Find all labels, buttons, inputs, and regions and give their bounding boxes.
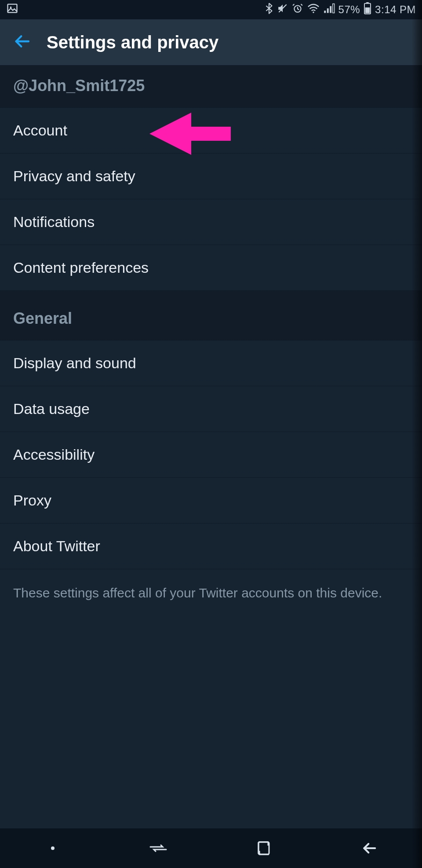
svg-rect-7 [330, 6, 331, 13]
general-section-header: General [0, 291, 422, 340]
svg-point-13 [51, 846, 55, 850]
svg-rect-0 [8, 4, 17, 13]
signal-icon [324, 3, 335, 16]
settings-item-privacy-safety[interactable]: Privacy and safety [0, 154, 422, 199]
list-item-label: Account [13, 122, 67, 139]
nav-dot-button[interactable] [40, 835, 66, 861]
settings-item-account[interactable]: Account [0, 107, 422, 154]
settings-item-proxy[interactable]: Proxy [0, 478, 422, 524]
svg-rect-8 [332, 4, 334, 13]
svg-rect-10 [366, 2, 369, 4]
settings-item-display-sound[interactable]: Display and sound [0, 340, 422, 386]
list-item-label: About Twitter [13, 538, 100, 554]
settings-item-about-twitter[interactable]: About Twitter [0, 524, 422, 569]
general-settings-list: Display and sound Data usage Accessibili… [0, 340, 422, 569]
nav-recent-button[interactable] [145, 835, 171, 861]
svg-rect-14 [258, 842, 269, 854]
mute-icon [277, 3, 288, 17]
svg-point-4 [313, 11, 314, 13]
list-item-label: Notifications [13, 213, 95, 230]
settings-item-notifications[interactable]: Notifications [0, 199, 422, 245]
back-arrow-icon[interactable] [13, 33, 31, 52]
username-header: @John_Smit1725 [0, 65, 422, 107]
wifi-icon [307, 3, 320, 16]
nav-home-button[interactable] [251, 835, 277, 861]
battery-icon [364, 2, 371, 17]
svg-rect-6 [327, 8, 328, 13]
page-title: Settings and privacy [47, 33, 218, 52]
svg-rect-11 [365, 7, 370, 13]
app-bar: Settings and privacy [0, 19, 422, 65]
status-bar: 57% 3:14 PM [0, 0, 422, 19]
clock-time: 3:14 PM [375, 4, 416, 16]
list-item-label: Content preferences [13, 259, 149, 276]
list-item-label: Display and sound [13, 355, 136, 371]
settings-item-accessibility[interactable]: Accessibility [0, 432, 422, 478]
alarm-icon [292, 3, 303, 17]
battery-percent: 57% [338, 4, 360, 16]
list-item-label: Accessibility [13, 446, 95, 463]
bluetooth-icon [265, 3, 273, 17]
svg-rect-5 [324, 11, 326, 13]
list-item-label: Data usage [13, 400, 90, 417]
account-settings-list: Account Privacy and safety Notifications… [0, 107, 422, 291]
list-item-label: Privacy and safety [13, 168, 135, 184]
list-item-label: Proxy [13, 492, 51, 509]
picture-icon [6, 2, 18, 17]
settings-item-content-preferences[interactable]: Content preferences [0, 245, 422, 291]
footer-note: These settings affect all of your Twitte… [0, 569, 422, 624]
settings-item-data-usage[interactable]: Data usage [0, 386, 422, 432]
nav-back-button[interactable] [356, 835, 382, 861]
system-nav-bar [0, 828, 422, 868]
spacer [0, 624, 422, 829]
